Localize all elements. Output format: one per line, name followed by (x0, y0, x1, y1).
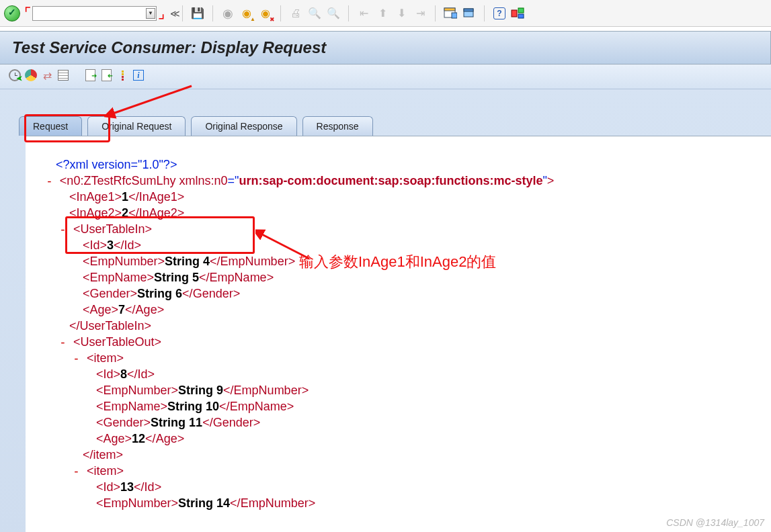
page-title: Test Service Consumer: Display Request (0, 31, 771, 64)
command-field-combo[interactable]: ▼ (32, 6, 157, 21)
application-toolbar: ➤ ⇄ i (0, 64, 771, 89)
first-page-icon: ⇤ (356, 5, 372, 21)
exit-icon[interactable]: ◉ (239, 5, 255, 21)
xml-viewer: <?xml version="1.0"?> - <n0:ZTestRfcSumL… (26, 136, 771, 532)
back-icon[interactable]: ◉ (220, 5, 236, 21)
tab-response[interactable]: Response (302, 116, 373, 136)
xml-item1-open: - <item> (46, 350, 771, 366)
layout-menu-icon[interactable] (510, 5, 526, 21)
svg-rect-2 (452, 13, 457, 18)
xml-age12: <Age>12</Age> (46, 431, 771, 447)
xml-inage1: <InAge1>1</InAge1> (46, 189, 771, 205)
separator (348, 5, 349, 21)
xml-age7: <Age>7</Age> (46, 302, 771, 318)
save-icon[interactable]: 💾 (190, 5, 206, 21)
flow-icon[interactable]: ⇄ (40, 69, 54, 82)
info-icon[interactable]: i (132, 69, 145, 82)
generate-shortcut-icon[interactable] (461, 5, 477, 21)
svg-rect-1 (444, 8, 455, 11)
sort-icon[interactable] (116, 69, 129, 82)
xml-empname10: <EmpName>String 10</EmpName> (46, 398, 771, 414)
xml-usertablein-open: - <UserTableIn> (46, 221, 771, 237)
xml-item1-close: </item> (46, 447, 771, 463)
enter-ok-button[interactable] (4, 5, 20, 21)
xml-usertablein-close: </UserTableIn> (46, 318, 771, 334)
xml-item2-open: - <item> (46, 463, 771, 479)
svg-rect-4 (464, 9, 473, 11)
new-session-icon[interactable] (442, 5, 458, 21)
find-next-icon: 🔍 (325, 5, 341, 21)
bracket-left: ⌜ (24, 6, 31, 21)
command-dropdown-button[interactable]: ▼ (146, 8, 155, 19)
xml-gender11: <Gender>String 11</Gender> (46, 414, 771, 431)
xml-empnumber9: <EmpNumber>String 9</EmpNumber> (46, 382, 771, 398)
command-field[interactable] (32, 6, 157, 21)
separator (435, 5, 436, 21)
pie-chart-icon[interactable] (24, 69, 38, 82)
bracket-right: ⌟ (158, 6, 165, 21)
svg-rect-5 (512, 10, 517, 17)
xml-root-open: - <n0:ZTestRfcSumLhy xmlns:n0="urn:sap-c… (46, 173, 771, 189)
svg-rect-7 (518, 14, 524, 18)
cancel-icon[interactable]: ◉ (257, 5, 274, 21)
help-icon[interactable]: ? (491, 5, 508, 21)
system-toolbar: ⌜ ▼ ⌟ ≪ 💾 ◉ ◉ ◉ 🖨 🔍 🔍 ⇤ ⬆ ⬇ ⇥ ? (0, 0, 771, 27)
prev-page-icon: ⬆ (374, 5, 391, 21)
back-chevrons-icon[interactable]: ≪ (170, 8, 177, 19)
xml-gender6: <Gender>String 6</Gender> (46, 285, 771, 302)
export-doc-icon[interactable] (83, 69, 97, 82)
xml-empnumber14: <EmpNumber>String 14</EmpNumber> (46, 495, 771, 511)
separator (280, 5, 281, 21)
separator (182, 5, 183, 21)
import-doc-icon[interactable] (99, 69, 113, 82)
last-page-icon: ⇥ (412, 5, 428, 21)
grid-icon[interactable] (56, 69, 70, 82)
find-icon: 🔍 (307, 5, 323, 21)
separator (484, 5, 485, 21)
xml-declaration: <?xml version="1.0"?> (46, 157, 771, 173)
xml-usertableout-open: - <UserTableOut> (46, 334, 771, 350)
annotation-text: 输入参数InAge1和InAge2的值 (299, 252, 496, 272)
xml-id8: <Id>8</Id> (46, 366, 771, 382)
tab-request[interactable]: Request (19, 116, 82, 136)
xml-id13: <Id>13</Id> (46, 479, 771, 495)
xml-inage2: <InAge2>2</InAge2> (46, 205, 771, 221)
tab-original-request[interactable]: Original Request (87, 116, 186, 136)
tab-strip: Request Original Request Original Respon… (0, 89, 771, 532)
svg-rect-6 (518, 8, 524, 13)
next-page-icon: ⬇ (393, 5, 409, 21)
separator (212, 5, 213, 21)
execute-clock-icon[interactable]: ➤ (8, 69, 22, 82)
watermark: CSDN @1314lay_1007 (666, 517, 764, 528)
print-icon: 🖨 (288, 5, 304, 21)
tab-original-response[interactable]: Original Response (191, 116, 296, 136)
xml-id3: <Id>3</Id> (46, 237, 771, 253)
